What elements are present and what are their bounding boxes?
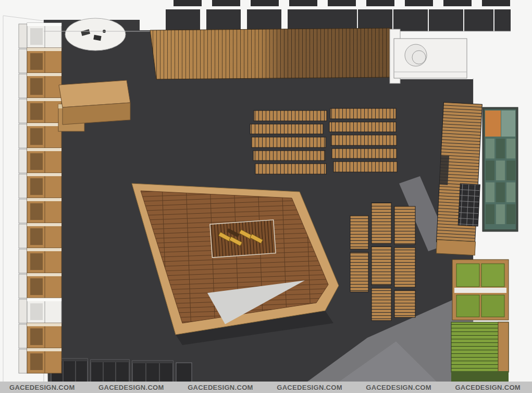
shelf-box [19,23,61,48]
shelf-box [19,48,61,73]
watermark-text: GACEDESIGN.COM [9,384,75,391]
shelf-box [19,248,61,273]
bench-group-upper-left [250,110,327,174]
shelf-box [19,123,61,148]
slatted-wood-panel [150,28,395,79]
watermark-text: GACEDESIGN.COM [455,384,521,391]
watermark-bar: GACEDESIGN.COM GACEDESIGN.COM GACEDESIGN… [0,382,532,393]
shelf-box [19,273,61,298]
platform-display-table [210,220,276,257]
shelf-grid-section [458,183,480,226]
cabinet-basin [405,44,427,66]
watermark-text: GACEDESIGN.COM [277,384,342,391]
shelf-box [19,348,61,373]
poster-header-block [485,110,501,137]
shelf-box [19,148,61,173]
round-table [65,18,126,51]
shelf-box [19,223,61,248]
shelf-box [19,173,61,198]
wall-poster [482,107,518,231]
watermark-text: GACEDESIGN.COM [366,384,431,391]
scene-render [0,0,532,393]
bench-group-upper-right [329,108,397,172]
left-shelving-column [19,23,61,373]
shelf-box [19,298,61,323]
shelf-box [19,198,61,223]
shelf-box [19,98,61,123]
design-render-page: GACEDESIGN.COM GACEDESIGN.COM GACEDESIGN… [0,0,532,393]
green-shelving [451,260,509,387]
watermark-text: GACEDESIGN.COM [188,384,253,391]
shelf-box [19,73,61,98]
watermark-text: GACEDESIGN.COM [98,384,164,391]
shelf-box [19,323,61,348]
